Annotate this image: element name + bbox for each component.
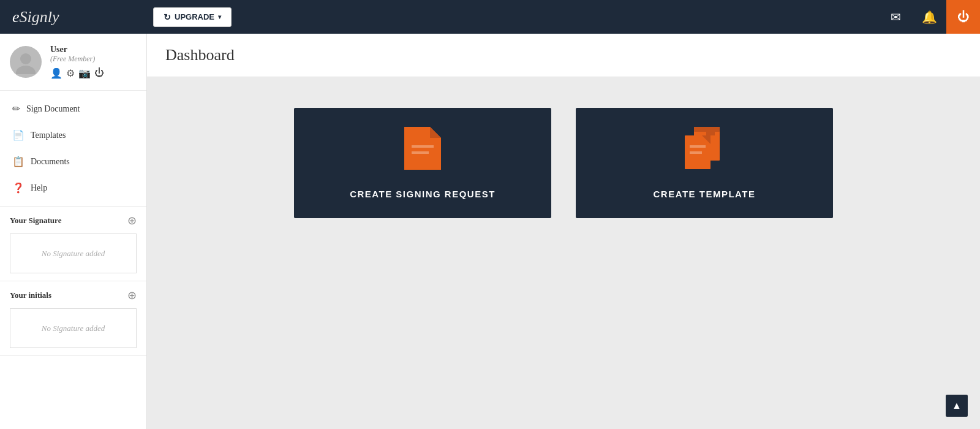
signature-add-button[interactable]: ⊕ bbox=[127, 214, 137, 227]
camera-icon[interactable]: 📷 bbox=[78, 67, 91, 79]
upgrade-button[interactable]: ↻ UPGRADE ▾ bbox=[153, 7, 232, 27]
documents-icon: 📋 bbox=[12, 156, 24, 167]
avatar bbox=[10, 46, 42, 78]
sidebar-item-templates-label: Templates bbox=[31, 131, 66, 140]
logo: eSignly bbox=[12, 8, 59, 26]
upgrade-label: UPGRADE bbox=[175, 12, 214, 21]
logo-area: eSignly bbox=[0, 8, 147, 26]
sidebar: User (Free Member) 👤 ⚙ 📷 ⏻ ✏ Sign Docume… bbox=[0, 34, 147, 429]
signature-title: Your Signature bbox=[10, 216, 61, 226]
topnav-left: eSignly ↻ UPGRADE ▾ bbox=[0, 7, 232, 27]
create-signing-request-card[interactable]: CREATE SIGNING REQUEST bbox=[294, 108, 551, 218]
user-name: User bbox=[50, 45, 104, 55]
settings-icon[interactable]: ⚙ bbox=[66, 67, 75, 79]
svg-rect-8 bbox=[694, 127, 720, 132]
bell-icon: 🔔 bbox=[922, 10, 937, 25]
signature-empty-text: No Signature added bbox=[42, 249, 105, 259]
svg-point-0 bbox=[20, 53, 31, 64]
mail-button[interactable]: ✉ bbox=[879, 0, 913, 34]
signature-section: Your Signature ⊕ No Signature added bbox=[0, 207, 146, 281]
create-template-card[interactable]: CREATE TEMPLATE bbox=[576, 108, 833, 218]
chevron-up-icon: ▲ bbox=[952, 400, 962, 411]
sign-document-icon: ✏ bbox=[12, 103, 20, 115]
signing-request-icon bbox=[404, 127, 441, 179]
main-layout: User (Free Member) 👤 ⚙ 📷 ⏻ ✏ Sign Docume… bbox=[0, 34, 980, 429]
create-template-icon bbox=[685, 127, 725, 179]
sidebar-item-help-label: Help bbox=[31, 183, 47, 193]
user-role: (Free Member) bbox=[50, 55, 104, 64]
signature-header: Your Signature ⊕ bbox=[10, 214, 137, 227]
create-signing-request-label: CREATE SIGNING REQUEST bbox=[350, 189, 496, 199]
top-navigation: eSignly ↻ UPGRADE ▾ ✉ 🔔 ⏻ bbox=[0, 0, 980, 34]
nav-section: ✏ Sign Document 📄 Templates 📋 Documents … bbox=[0, 91, 146, 207]
svg-rect-12 bbox=[690, 151, 702, 154]
svg-rect-11 bbox=[690, 145, 706, 148]
initials-section: Your initials ⊕ No Signature added bbox=[0, 281, 146, 356]
signature-box: No Signature added bbox=[10, 233, 137, 273]
chevron-down-icon: ▾ bbox=[218, 13, 221, 20]
refresh-icon: ↻ bbox=[164, 12, 171, 22]
dashboard-body: CREATE SIGNING REQUEST bbox=[147, 77, 980, 429]
svg-rect-5 bbox=[412, 151, 429, 154]
dashboard-header: Dashboard bbox=[147, 34, 980, 77]
sidebar-item-sign-document[interactable]: ✏ Sign Document bbox=[0, 96, 146, 122]
mail-icon: ✉ bbox=[891, 10, 901, 25]
initials-header: Your initials ⊕ bbox=[10, 289, 137, 302]
create-template-label: CREATE TEMPLATE bbox=[654, 189, 756, 199]
initials-add-button[interactable]: ⊕ bbox=[127, 289, 137, 302]
sidebar-item-templates[interactable]: 📄 Templates bbox=[0, 122, 146, 148]
sidebar-item-sign-document-label: Sign Document bbox=[26, 104, 80, 114]
power-icon: ⏻ bbox=[957, 10, 970, 24]
user-power-icon[interactable]: ⏻ bbox=[94, 67, 104, 79]
power-button[interactable]: ⏻ bbox=[946, 0, 980, 34]
initials-empty-text: No Signature added bbox=[42, 324, 105, 333]
help-icon: ❓ bbox=[12, 182, 24, 194]
avatar-icon bbox=[13, 50, 38, 74]
templates-icon: 📄 bbox=[12, 129, 24, 141]
sidebar-item-documents[interactable]: 📋 Documents bbox=[0, 148, 146, 175]
sidebar-item-help[interactable]: ❓ Help bbox=[0, 175, 146, 201]
sidebar-item-documents-label: Documents bbox=[31, 157, 70, 167]
user-info: User (Free Member) 👤 ⚙ 📷 ⏻ bbox=[50, 45, 104, 79]
user-profile: User (Free Member) 👤 ⚙ 📷 ⏻ bbox=[0, 34, 146, 91]
initials-title: Your initials bbox=[10, 290, 51, 300]
page-title: Dashboard bbox=[165, 46, 962, 64]
main-content: Dashboard CREATE SIGNING REQUEST bbox=[147, 34, 980, 429]
initials-box: No Signature added bbox=[10, 308, 137, 348]
svg-rect-4 bbox=[412, 145, 434, 148]
svg-marker-3 bbox=[430, 127, 441, 138]
scroll-top-button[interactable]: ▲ bbox=[946, 395, 968, 417]
topnav-right: ✉ 🔔 ⏻ bbox=[879, 0, 980, 34]
user-actions: 👤 ⚙ 📷 ⏻ bbox=[50, 67, 104, 79]
user-profile-icon[interactable]: 👤 bbox=[50, 67, 62, 79]
notification-button[interactable]: 🔔 bbox=[913, 0, 946, 34]
svg-point-1 bbox=[16, 66, 36, 74]
